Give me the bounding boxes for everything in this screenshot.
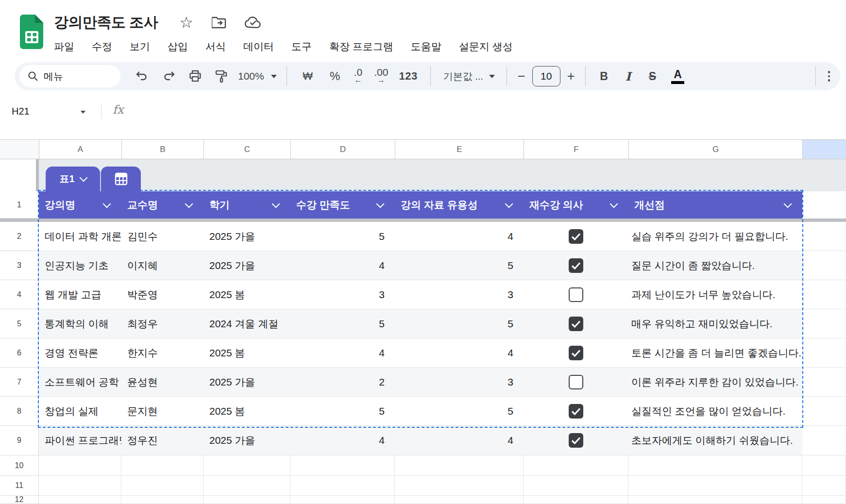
cell-professor[interactable]: 한지수 — [121, 338, 203, 367]
empty-cell[interactable] — [203, 496, 290, 504]
empty-cell[interactable] — [524, 455, 628, 476]
menu-item-help[interactable]: 도움말 — [411, 40, 441, 53]
strikethrough-button[interactable]: S — [644, 66, 660, 87]
italic-button[interactable]: I — [620, 66, 636, 87]
row-header-11[interactable]: 11 — [0, 476, 39, 496]
empty-cell[interactable] — [121, 496, 203, 504]
cell-improvement[interactable]: 실질적인 조언을 많이 얻었습니다. — [628, 397, 802, 425]
menu-item-file[interactable]: 파일 — [54, 40, 74, 53]
row-header-5[interactable]: 5 — [0, 309, 39, 338]
cell-semester[interactable]: 2025 가을 — [203, 222, 290, 251]
cell-materials[interactable]: 4 — [395, 222, 524, 251]
empty-cell[interactable] — [39, 476, 121, 496]
empty-cell[interactable] — [203, 476, 290, 496]
checkbox-unchecked[interactable] — [569, 287, 583, 302]
cell-materials[interactable]: 3 — [395, 368, 524, 396]
empty-cell[interactable] — [203, 455, 290, 476]
column-header-C[interactable]: C — [203, 139, 290, 159]
cell-course[interactable]: 데이터 과학 개론 — [39, 222, 121, 251]
more-options-button[interactable] — [822, 66, 836, 87]
increase-decimal-button[interactable]: .00→ — [374, 66, 388, 87]
cell-semester[interactable]: 2025 봄 — [203, 280, 290, 309]
filter-chevron-icon[interactable] — [610, 200, 618, 208]
cell-improvement[interactable]: 초보자에게도 이해하기 쉬웠습니다. — [628, 426, 802, 455]
cell-course[interactable]: 인공지능 기초 — [39, 251, 121, 280]
select-all-corner[interactable] — [0, 139, 39, 159]
empty-cell[interactable] — [395, 455, 524, 476]
empty-cell[interactable] — [290, 455, 395, 476]
cell-satisfaction[interactable]: 4 — [290, 426, 395, 455]
cell-retake[interactable] — [524, 309, 628, 338]
cell-satisfaction[interactable]: 5 — [290, 397, 395, 425]
cell-improvement[interactable]: 과제 난이도가 너무 높았습니다. — [628, 280, 802, 309]
cell-satisfaction[interactable]: 4 — [290, 338, 395, 367]
menu-item-tools[interactable]: 도구 — [291, 40, 312, 53]
column-header-A[interactable]: A — [39, 139, 121, 159]
cell-semester[interactable]: 2025 가을 — [203, 368, 290, 396]
cell-professor[interactable]: 문지현 — [121, 397, 203, 425]
menu-item-generate-form[interactable]: 설문지 생성 — [459, 40, 513, 53]
cell-professor[interactable]: 최정우 — [121, 309, 203, 338]
filter-chevron-icon[interactable] — [103, 200, 111, 208]
empty-cell[interactable] — [39, 455, 121, 476]
empty-cell[interactable] — [628, 476, 802, 496]
table-header-2[interactable]: 교수명 — [121, 191, 203, 218]
cell-satisfaction[interactable]: 5 — [290, 222, 395, 251]
filter-chevron-icon[interactable] — [185, 200, 193, 208]
cell-materials[interactable]: 3 — [395, 280, 524, 309]
cell-retake[interactable] — [524, 280, 628, 309]
empty-cell[interactable] — [121, 455, 203, 476]
cell-retake[interactable] — [524, 368, 628, 396]
table-name-chip[interactable]: 표1 — [46, 167, 100, 191]
column-header-F[interactable]: F — [524, 139, 628, 159]
cell-retake[interactable] — [524, 338, 628, 367]
row-header-1[interactable]: 1 — [0, 191, 39, 218]
cell-materials[interactable]: 4 — [395, 426, 524, 455]
menu-item-insert[interactable]: 삽입 — [168, 40, 188, 53]
row-header-10[interactable]: 10 — [0, 455, 39, 476]
cell-professor[interactable]: 윤성현 — [121, 368, 203, 396]
decrease-decimal-button[interactable]: .0← — [354, 66, 363, 87]
cell-retake[interactable] — [524, 426, 628, 455]
cell-course[interactable]: 웹 개발 고급 — [39, 280, 121, 309]
empty-cell[interactable] — [395, 476, 524, 496]
filter-chevron-icon[interactable] — [272, 200, 280, 208]
row-header-7[interactable]: 7 — [0, 368, 39, 397]
cell-satisfaction[interactable]: 4 — [290, 251, 395, 280]
undo-button[interactable] — [133, 66, 151, 87]
zoom-control[interactable]: 100% — [238, 66, 277, 87]
empty-cell[interactable] — [628, 455, 802, 476]
column-header-active-partial[interactable] — [802, 139, 846, 159]
row-header-9[interactable]: 9 — [0, 426, 39, 455]
star-icon[interactable]: ☆ — [179, 15, 193, 30]
cell-professor[interactable]: 정우진 — [121, 426, 203, 455]
column-header-D[interactable]: D — [290, 139, 395, 159]
menu-item-extensions[interactable]: 확장 프로그램 — [329, 40, 393, 53]
sheets-logo-icon[interactable] — [20, 15, 43, 49]
percent-format-button[interactable]: % — [328, 66, 342, 87]
cell-improvement[interactable]: 매우 유익하고 재미있었습니다. — [628, 309, 802, 338]
filter-chevron-icon[interactable] — [376, 200, 385, 208]
menu-item-edit[interactable]: 수정 — [92, 40, 112, 53]
empty-cell[interactable] — [39, 496, 121, 504]
cell-satisfaction[interactable]: 2 — [290, 368, 395, 396]
table-header-1[interactable]: 강의명 — [39, 191, 121, 218]
cloud-saved-icon[interactable] — [245, 16, 261, 29]
table-header-3[interactable]: 학기 — [203, 191, 290, 218]
checkbox-checked[interactable] — [569, 258, 583, 273]
cell-course[interactable]: 경영 전략론 — [39, 338, 121, 367]
empty-cell[interactable] — [395, 496, 524, 504]
bold-button[interactable]: B — [595, 66, 612, 87]
cell-materials[interactable]: 5 — [395, 251, 524, 280]
cell-course[interactable]: 파이썬 프로그래밍 — [39, 426, 121, 455]
empty-cell[interactable] — [802, 476, 846, 496]
row-header-8[interactable]: 8 — [0, 397, 39, 426]
checkbox-checked[interactable] — [569, 433, 583, 448]
menu-item-format[interactable]: 서식 — [205, 40, 226, 53]
menu-item-view[interactable]: 보기 — [130, 40, 150, 53]
column-header-G[interactable]: G — [628, 139, 802, 159]
redo-button[interactable] — [160, 66, 178, 87]
row-header-12[interactable]: 12 — [0, 496, 39, 504]
cell-course[interactable]: 소프트웨어 공학 — [39, 368, 121, 396]
menu-item-data[interactable]: 데이터 — [243, 40, 274, 53]
